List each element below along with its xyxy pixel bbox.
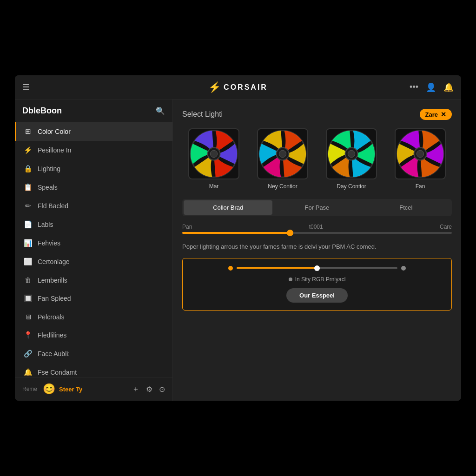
fan-visual-day-contior <box>326 128 377 179</box>
sidebar-icon-pesillone-in: ⚡ <box>24 146 32 154</box>
sidebar-item-speals[interactable]: 📋 Speals <box>15 178 172 197</box>
lighting-sliders <box>190 266 444 271</box>
tab-for-pase[interactable]: For Pase <box>272 200 361 215</box>
add-icon[interactable]: ＋ <box>132 384 139 394</box>
sidebar-label-color-color: Color Color <box>38 128 71 135</box>
fan-card-mar[interactable]: Mar <box>182 128 245 190</box>
sidebar-nav: ⊞ Color Color ⚡ Pesillone In 🔒 Lighting … <box>15 120 172 377</box>
slider-right-label: Care <box>440 224 452 230</box>
sidebar-label-fse-condamt: Fse Condamt <box>38 369 77 376</box>
tab-ftcel[interactable]: Ftcel <box>362 200 450 215</box>
slider-thumb[interactable] <box>287 230 293 236</box>
slider-mid-label: t0001 <box>309 224 323 230</box>
sidebar-item-fehvies[interactable]: 📊 Fehvies <box>15 234 172 252</box>
inner-slider-track[interactable] <box>237 267 397 269</box>
svg-point-2 <box>210 150 217 157</box>
sidebar-title: DbleBoon <box>22 106 62 116</box>
fan-label-fan: Fan <box>416 183 425 190</box>
sidebar-item-fledlilines[interactable]: 📍 Fledlilines <box>15 326 172 344</box>
rgb-dot <box>289 278 292 281</box>
info-text: Poper lighting arrous the your fames far… <box>182 242 452 251</box>
sidebar-icon-fehvies: 📊 <box>24 239 32 247</box>
sidebar-icon-fld-bacled: ✏ <box>24 202 32 210</box>
inner-slider-fill <box>237 267 317 269</box>
sidebar-icon-face-aubli: 🔗 <box>24 350 32 358</box>
sidebar-icon-speals: 📋 <box>24 183 32 192</box>
sidebar-label-pesillone-in: Pesillone In <box>38 146 71 154</box>
fan-visual-mar <box>188 128 239 179</box>
sidebar-label-fledlilines: Fledlilines <box>38 331 66 339</box>
sidebar-label-lemberills: Lemberills <box>38 277 67 284</box>
svg-point-5 <box>279 150 286 157</box>
sidebar-search-icon[interactable]: 🔍 <box>156 106 165 115</box>
sidebar-item-lighting[interactable]: 🔒 Lighting <box>15 159 172 178</box>
menu-icon[interactable]: ☰ <box>22 82 30 93</box>
svg-point-8 <box>348 150 355 157</box>
sidebar: DbleBoon 🔍 ⊞ Color Color ⚡ Pesillone In … <box>15 99 173 401</box>
app-window: ☰ ⚡ CORSAIR ••• 👤 🔔 DbleBoon 🔍 ⊞ Color C… <box>15 75 461 401</box>
sidebar-item-fld-bacled[interactable]: ✏ Fld Bacled <box>15 197 172 215</box>
fan-card-day-contior[interactable]: Day Contior <box>320 128 383 190</box>
inner-slider-dot-right <box>401 266 406 271</box>
footer-left: Reme 😊 Steer Ty <box>22 383 82 395</box>
right-panel: Select Lighti Zare ✕ Mar <box>173 99 461 401</box>
main-content: DbleBoon 🔍 ⊞ Color Color ⚡ Pesillone In … <box>15 99 461 401</box>
more-icon[interactable]: ••• <box>410 82 418 92</box>
fan-card-fan[interactable]: Fan <box>389 128 452 190</box>
zare-badge-label: Zare <box>425 111 438 118</box>
fan-visual-fan <box>395 128 446 179</box>
footer-username[interactable]: Steer Ty <box>59 386 82 393</box>
svg-point-11 <box>416 150 423 157</box>
sidebar-icon-lemberills: 🗑 <box>24 276 32 284</box>
panel-title: Select Lighti <box>182 110 223 119</box>
slider-fill <box>182 232 290 234</box>
sidebar-icon-fan-spleed: 🔲 <box>24 294 32 303</box>
notif-icon[interactable]: 🔔 <box>443 82 454 93</box>
footer-avatar: 😊 <box>43 383 55 395</box>
slider-section: Pan t0001 Care <box>182 224 452 235</box>
corsair-logo-text: CORSAIR <box>224 83 268 92</box>
sidebar-label-lighting: Lighting <box>38 165 60 172</box>
action-button[interactable]: Our Esspeel <box>286 288 348 303</box>
fan-cards: Mar Ney Contior Day Contio <box>182 128 452 190</box>
inner-slider-row-1 <box>228 266 406 271</box>
zare-badge[interactable]: Zare ✕ <box>420 109 452 120</box>
tab-collor-brad[interactable]: Collor Brad <box>184 200 272 215</box>
sidebar-label-fan-spleed: Fan Spleed <box>38 295 71 302</box>
corsair-logo-icon: ⚡ <box>208 81 221 93</box>
sidebar-item-labls[interactable]: 📄 Labls <box>15 215 172 234</box>
sidebar-icon-color-color: ⊞ <box>24 127 32 136</box>
sidebar-label-fld-bacled: Fld Bacled <box>38 202 68 210</box>
footer-reme-label: Reme <box>22 386 37 392</box>
rgb-label: In Sity RGB Prniyacl <box>295 276 346 283</box>
fan-label-ney-contior: Ney Contior <box>268 183 297 190</box>
slider-track[interactable] <box>182 232 452 234</box>
sidebar-icon-fledlilines: 📍 <box>24 331 32 339</box>
sidebar-icon-certonlage: ⬜ <box>24 258 32 266</box>
user-icon[interactable]: 👤 <box>426 82 436 93</box>
tabs-row: Collor BradFor PaseFtcel <box>182 199 452 216</box>
zare-badge-close[interactable]: ✕ <box>441 111 446 118</box>
sidebar-item-lemberills[interactable]: 🗑 Lemberills <box>15 271 172 289</box>
fan-label-day-contior: Day Contior <box>337 183 366 190</box>
sidebar-item-pesillone-in[interactable]: ⚡ Pesillone In <box>15 141 172 159</box>
sidebar-label-pelcroals: Pelcroals <box>38 313 65 321</box>
sidebar-item-certonlage[interactable]: ⬜ Certonlage <box>15 252 172 271</box>
settings-icon[interactable]: ⚙ <box>146 385 152 394</box>
sidebar-item-fan-spleed[interactable]: 🔲 Fan Spleed <box>15 289 172 308</box>
panel-header: Select Lighti Zare ✕ <box>182 109 452 120</box>
fan-label-mar: Mar <box>209 183 219 190</box>
sidebar-item-face-aubli[interactable]: 🔗 Face Aubli: <box>15 344 172 363</box>
sidebar-label-labls: Labls <box>38 221 53 228</box>
inner-slider-thumb[interactable] <box>314 265 320 271</box>
sidebar-label-fehvies: Fehvies <box>38 239 60 247</box>
sidebar-item-fse-condamt[interactable]: 🔔 Fse Condamt <box>15 363 172 377</box>
inner-slider-dot-left <box>228 266 233 271</box>
sidebar-search-area: DbleBoon 🔍 <box>15 99 172 120</box>
more-footer-icon[interactable]: ⊙ <box>159 385 165 394</box>
fan-visual-ney-contior <box>257 128 308 179</box>
sidebar-item-color-color[interactable]: ⊞ Color Color <box>15 122 172 141</box>
lighting-box: In Sity RGB Prniyacl Our Esspeel <box>182 258 452 311</box>
fan-card-ney-contior[interactable]: Ney Contior <box>251 128 314 190</box>
sidebar-item-pelcroals[interactable]: 🖥 Pelcroals <box>15 308 172 326</box>
